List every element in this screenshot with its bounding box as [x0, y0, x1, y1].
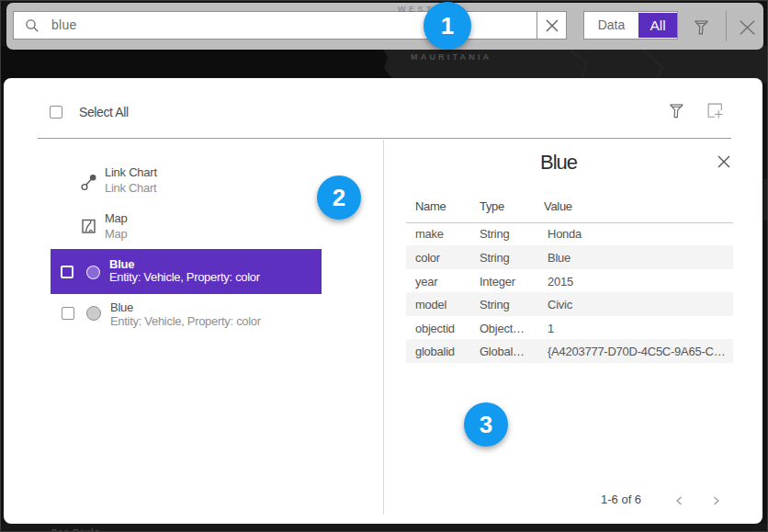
svg-text:MAURITANIA: MAURITANIA: [411, 52, 491, 62]
svg-text:Sao Paulo: Sao Paulo: [51, 526, 100, 532]
